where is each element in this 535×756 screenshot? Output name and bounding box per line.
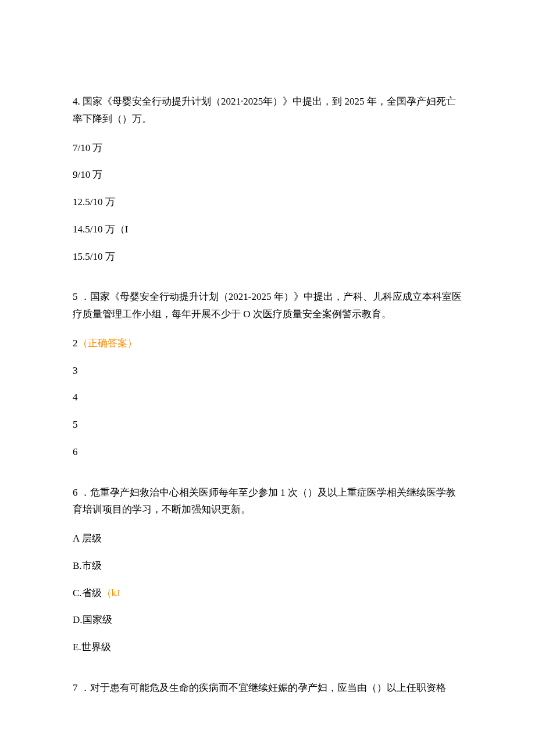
option: B.市级 [73, 557, 462, 575]
option: 9/10 万 [73, 166, 462, 184]
option-correct: 2（正确答案） [73, 335, 462, 352]
option-label: C.省级 [73, 587, 102, 599]
question-5: 5 ．国家《母婴安全行动提升计划（2021-2025 年）》中提出，产科、儿科应… [73, 288, 462, 460]
option: 5 [73, 416, 462, 433]
answer-hint: （kJ [102, 587, 120, 599]
option-correct: C.省级（kJ [73, 585, 462, 602]
question-stem: 4. 国家《母婴安全行动提升计划（2021·2025年）》中提出，到 2025 … [73, 93, 462, 128]
option: 4 [73, 389, 462, 406]
question-stem: 6 ．危重孕产妇救治中心相关医师每年至少参加 1 次（）及以上重症医学相关继续医… [73, 484, 462, 519]
option: 3 [73, 362, 462, 379]
option-value: 2 [73, 338, 78, 349]
document-page: 4. 国家《母婴安全行动提升计划（2021·2025年）》中提出，到 2025 … [0, 0, 535, 741]
option: 6 [73, 443, 462, 461]
question-stem: 5 ．国家《母婴安全行动提升计划（2021-2025 年）》中提出，产科、儿科应… [73, 288, 462, 323]
option: 15.5/10 万 [73, 248, 462, 266]
option: 14.5/10 万（I [73, 221, 462, 238]
answer-hint: （正确答案） [78, 338, 137, 349]
question-6: 6 ．危重孕产妇救治中心相关医师每年至少参加 1 次（）及以上重症医学相关继续医… [73, 484, 462, 656]
option: E.世界级 [73, 639, 462, 656]
option: A 层级 [73, 530, 462, 547]
option: 12.5/10 万 [73, 194, 462, 211]
question-4: 4. 国家《母婴安全行动提升计划（2021·2025年）》中提出，到 2025 … [73, 93, 462, 265]
option: 7/10 万 [73, 139, 462, 157]
option: D.国家级 [73, 611, 462, 629]
question-7-stem: 7 ．对于患有可能危及生命的疾病而不宜继续妊娠的孕产妇，应当由（）以上任职资格 [73, 679, 462, 697]
